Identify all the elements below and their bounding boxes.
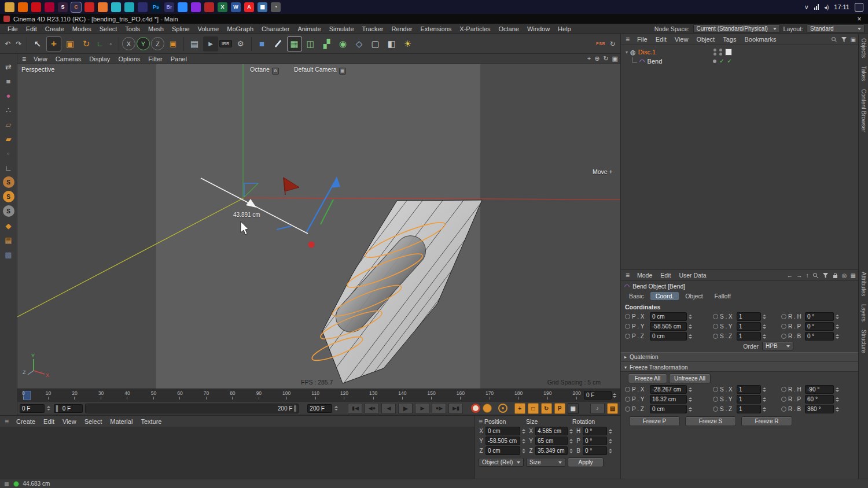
- panel-menu-icon[interactable]: ≡: [623, 271, 632, 279]
- tab-object[interactable]: Object: [680, 292, 708, 300]
- filter-icon[interactable]: [822, 272, 829, 279]
- apply-button[interactable]: Apply: [568, 457, 604, 467]
- spinner[interactable]: [836, 397, 840, 402]
- rb-field[interactable]: 0 °: [805, 332, 834, 341]
- freeze-s-button[interactable]: Freeze S: [685, 416, 736, 426]
- timeline-range-slider[interactable]: 200 F: [85, 404, 299, 413]
- spinner[interactable]: [609, 439, 613, 443]
- rotation-b-field[interactable]: 0 °: [583, 446, 607, 455]
- snap-3d-icon[interactable]: S: [3, 191, 14, 202]
- panel-tab[interactable]: Layers: [860, 300, 867, 326]
- keyframe-circle[interactable]: [625, 334, 630, 339]
- render-view-button[interactable]: ▤: [187, 36, 202, 51]
- spinner[interactable]: [689, 324, 693, 329]
- position-z-field[interactable]: 0 cm: [486, 446, 520, 455]
- folder-icon[interactable]: [5, 2, 14, 12]
- view-panel-button[interactable]: ◧: [384, 36, 399, 51]
- keyframe-circle[interactable]: [781, 334, 786, 339]
- psr-interface-icon[interactable]: PSR: [596, 42, 605, 46]
- previous-key-button[interactable]: ◀●: [365, 403, 379, 414]
- spinner[interactable]: [522, 429, 527, 434]
- spinner[interactable]: [689, 407, 693, 412]
- panel-menu-icon[interactable]: ≡: [479, 417, 484, 426]
- value-mode-dropdown[interactable]: Size: [526, 458, 565, 467]
- previous-frame-button[interactable]: ◀: [381, 403, 396, 414]
- material-menu-item[interactable]: Select: [80, 417, 106, 426]
- menu-item[interactable]: Modes: [68, 25, 95, 33]
- opera-icon[interactable]: [31, 2, 41, 12]
- menu-item[interactable]: Window: [523, 25, 554, 33]
- size-y-field[interactable]: 65 cm: [535, 437, 568, 445]
- adobe-icon[interactable]: A: [244, 2, 254, 12]
- z-axis-lock[interactable]: Z: [151, 37, 164, 50]
- record-rotation-button[interactable]: ↻: [541, 403, 552, 414]
- aftereffects-icon[interactable]: [138, 2, 148, 12]
- pen-spline-button[interactable]: [271, 36, 286, 51]
- node-space-dropdown[interactable]: Current (Standard/Physical): [693, 24, 780, 33]
- reload-interface-icon[interactable]: ↻: [608, 38, 617, 50]
- frozen-py-field[interactable]: 16.32 cm: [650, 395, 687, 404]
- last-tool-icon[interactable]: ◦: [106, 38, 116, 50]
- panel-tab[interactable]: Structure: [860, 326, 867, 357]
- undo-button[interactable]: ↶: [3, 38, 13, 50]
- spinner[interactable]: [569, 449, 574, 453]
- end-frame-field[interactable]: 200 F: [307, 404, 332, 413]
- expand-toggle-icon[interactable]: ▾: [626, 50, 628, 55]
- record-pla-button[interactable]: ▦: [568, 403, 579, 414]
- volume-icon[interactable]: ◂): [824, 4, 829, 10]
- quantize-icon[interactable]: ▤: [2, 234, 15, 246]
- panel-tab[interactable]: Takes: [860, 62, 867, 85]
- menu-item[interactable]: Volume: [194, 25, 223, 33]
- target-icon[interactable]: ◎: [842, 272, 847, 279]
- goto-end-button[interactable]: ▶▮: [448, 403, 463, 414]
- texture-tag-icon[interactable]: [725, 49, 732, 56]
- material-list-area[interactable]: [0, 427, 475, 479]
- edges-mode-icon[interactable]: ▱: [2, 119, 15, 130]
- pan-view-icon[interactable]: +: [587, 55, 591, 62]
- menu-item[interactable]: X-Particles: [455, 25, 494, 33]
- menu-item[interactable]: Mesh: [144, 25, 168, 33]
- move-tool[interactable]: +: [46, 36, 61, 51]
- spinner[interactable]: [763, 324, 767, 329]
- spinner[interactable]: [609, 429, 613, 434]
- render-settings-button[interactable]: ⚙: [233, 36, 248, 51]
- keyframe-circle[interactable]: [781, 324, 786, 329]
- object-name[interactable]: Disc.1: [638, 49, 656, 56]
- tweak-mode-icon[interactable]: ◦: [2, 147, 15, 159]
- sy-field[interactable]: 1: [737, 322, 761, 331]
- workplane-icon[interactable]: ∟: [2, 162, 15, 173]
- close-button[interactable]: ×: [854, 15, 865, 23]
- add-cube-button[interactable]: ■: [255, 36, 270, 51]
- attribute-menu-item[interactable]: User Data: [675, 271, 710, 279]
- freeze-r-button[interactable]: Freeze R: [741, 416, 792, 426]
- light-button[interactable]: ☀: [400, 36, 415, 51]
- freeze-all-button[interactable]: Freeze All: [628, 374, 667, 383]
- history-back-icon[interactable]: ←: [787, 272, 793, 279]
- quaternion-section[interactable]: ▸ Quaternion: [621, 352, 858, 361]
- snap-enable-icon[interactable]: S: [3, 176, 14, 188]
- tab-coord[interactable]: Coord.: [650, 292, 679, 300]
- enable-dot-icon[interactable]: [713, 60, 716, 63]
- goto-start-button[interactable]: ▮◀: [348, 403, 362, 414]
- material-menu-item[interactable]: Material: [106, 417, 137, 426]
- taskbar-overflow-icon[interactable]: ∨: [804, 3, 809, 11]
- camera-button[interactable]: ▢: [368, 36, 383, 51]
- frozen-rh-field[interactable]: -90 °: [805, 385, 834, 394]
- filter-icon[interactable]: [841, 36, 847, 43]
- workplane-snap-icon[interactable]: ▩: [2, 249, 15, 260]
- word-icon[interactable]: W: [231, 2, 241, 12]
- renderer-icon[interactable]: [98, 2, 108, 12]
- object-manager-menu-item[interactable]: Tags: [719, 35, 740, 43]
- px-field[interactable]: 0 cm: [650, 312, 687, 321]
- range-start-field[interactable]: ▍ 0 F: [54, 404, 83, 413]
- order-dropdown[interactable]: HPB: [762, 342, 793, 350]
- position-x-field[interactable]: 0 cm: [486, 427, 520, 435]
- viewport-menu-item[interactable]: Panel: [167, 55, 191, 63]
- tab-falloff[interactable]: Falloff: [709, 292, 736, 300]
- visibility-dots-icon[interactable]: [713, 49, 716, 56]
- end-frame-spinner[interactable]: [334, 406, 339, 411]
- freeze-transformation-section[interactable]: ▾ Freeze Transformation: [621, 363, 858, 372]
- remote-desktop-icon[interactable]: ▦: [258, 2, 267, 12]
- keyframe-circle[interactable]: [781, 397, 786, 402]
- object-name[interactable]: Bend: [648, 58, 663, 65]
